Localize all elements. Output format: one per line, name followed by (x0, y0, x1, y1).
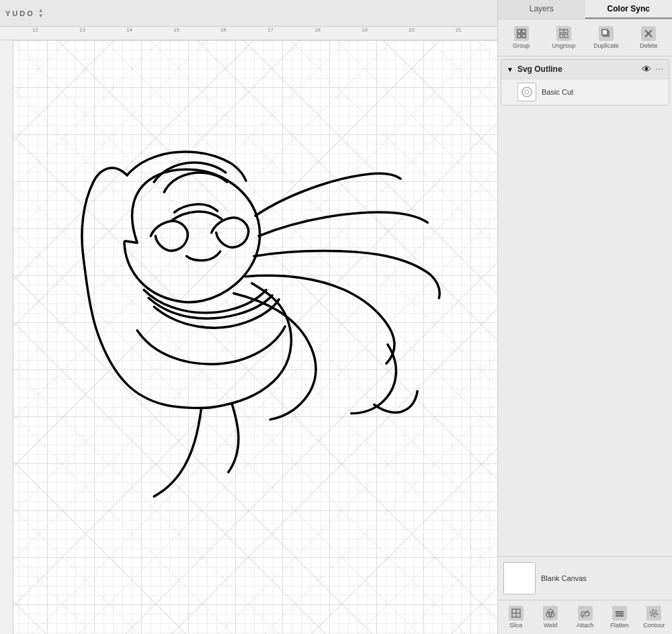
action-buttons-row: Group Ungroup Duplicate (498, 19, 672, 56)
svg-rect-0 (517, 30, 521, 33)
svg-rect-5 (564, 30, 568, 33)
ungroup-icon (556, 26, 571, 41)
svg-rect-2 (517, 34, 521, 38)
duplicate-label: Duplicate (593, 42, 619, 49)
svg-rect-4 (560, 30, 563, 33)
blank-canvas-label: Blank Canvas (541, 574, 587, 582)
layer-thumbnail (517, 83, 536, 101)
svg-point-23 (650, 610, 657, 617)
tab-bar: Layers Color Sync (498, 0, 672, 19)
layer-group-header[interactable]: ▼ Svg Outline 👁 ⋯ (501, 60, 669, 79)
duplicate-button[interactable]: Duplicate (586, 24, 627, 52)
delete-label: Delete (640, 42, 657, 49)
weld-label: Weld (544, 622, 557, 629)
stepper[interactable]: ▲ ▼ (38, 8, 44, 19)
slice-button[interactable]: Slice (499, 603, 532, 631)
svg-point-24 (653, 612, 655, 615)
group-button[interactable]: Group (501, 24, 542, 52)
ungroup-label: Ungroup (552, 42, 576, 49)
contour-icon (646, 606, 661, 621)
ruler-num-18: 18 (314, 27, 321, 33)
blank-canvas-thumbnail (503, 562, 536, 594)
svg-rect-3 (522, 34, 526, 38)
chevron-down-icon: ▼ (507, 66, 513, 73)
ruler-num-21: 21 (456, 27, 462, 33)
tab-layers[interactable]: Layers (498, 0, 585, 19)
svg-rect-21 (616, 613, 624, 615)
layer-item-basic-cut[interactable]: Basic Cut (501, 79, 669, 105)
attach-icon (578, 606, 593, 621)
attach-button[interactable]: Attach (569, 603, 601, 631)
contour-button[interactable]: Contour (638, 603, 671, 631)
ruler-num-13: 13 (79, 27, 85, 33)
ruler-num-16: 16 (220, 27, 226, 33)
delete-button[interactable]: Delete (628, 24, 669, 52)
ruler-num-19: 19 (362, 27, 368, 33)
flatten-button[interactable]: Flatten (603, 603, 636, 631)
flatten-label: Flatten (610, 622, 629, 629)
blank-canvas-row[interactable]: Blank Canvas (503, 562, 667, 594)
layer-group-svg-outline: ▼ Svg Outline 👁 ⋯ Basic Cut (501, 59, 669, 105)
layer-group-name: Svg Outline (517, 64, 638, 74)
bottom-tools-row: Slice Weld Attach (498, 600, 672, 634)
canvas-area: Y U D O ▲ ▼ 12 13 14 15 16 17 18 19 20 2… (0, 0, 497, 634)
blank-canvas-section: Blank Canvas (498, 556, 672, 600)
svg-point-12 (522, 87, 532, 97)
attach-label: Attach (577, 622, 594, 629)
slice-label: Slice (509, 622, 523, 629)
svg-rect-1 (522, 30, 526, 33)
weld-icon (543, 606, 558, 621)
toolbar-left: Y U D O ▲ ▼ (5, 8, 44, 19)
right-panel: Layers Color Sync Group (497, 0, 672, 634)
layer-item-label: Basic Cut (542, 88, 573, 96)
svg-rect-9 (602, 30, 607, 35)
more-icon[interactable]: ⋯ (655, 64, 663, 74)
weld-button[interactable]: Weld (534, 603, 566, 631)
svg-rect-6 (560, 34, 563, 38)
eye-icon[interactable]: 👁 (642, 64, 651, 75)
yudo-label: Y U D O (5, 9, 33, 17)
svg-point-13 (525, 90, 529, 94)
group-icon (514, 26, 529, 41)
slice-icon (509, 606, 523, 621)
ruler-num-20: 20 (409, 27, 415, 33)
stepper-down[interactable]: ▼ (38, 13, 44, 19)
svg-rect-20 (616, 611, 624, 613)
grid-canvas (0, 40, 497, 634)
ruler-num-12: 12 (32, 27, 38, 33)
svg-rect-7 (564, 34, 568, 38)
ruler-left (0, 40, 13, 634)
top-toolbar: Y U D O ▲ ▼ (0, 0, 497, 27)
delete-icon (641, 26, 656, 41)
ruler-num-14: 14 (126, 27, 132, 33)
duplicate-icon (599, 26, 614, 41)
ruler-num-15: 15 (173, 27, 179, 33)
layers-section: ▼ Svg Outline 👁 ⋯ Basic Cut (498, 56, 672, 556)
contour-label: Contour (643, 622, 665, 629)
group-label: Group (513, 42, 530, 49)
ruler-num-17: 17 (267, 27, 274, 33)
flatten-icon (612, 606, 627, 621)
tab-color-sync[interactable]: Color Sync (585, 0, 673, 19)
svg-rect-22 (616, 615, 624, 617)
ruler-top: 12 13 14 15 16 17 18 19 20 21 (0, 27, 497, 40)
ungroup-button[interactable]: Ungroup (543, 24, 584, 52)
drawing-svg (13, 40, 497, 621)
